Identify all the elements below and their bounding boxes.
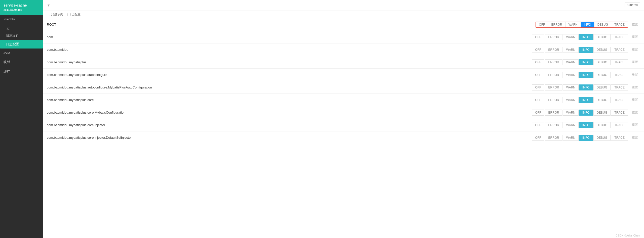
level-btn-info[interactable]: INFO xyxy=(579,59,593,65)
level-btn-warn[interactable]: WARN xyxy=(563,110,579,116)
sidebar-item-log-files[interactable]: 日志文件 xyxy=(0,31,43,40)
level-btn-error[interactable]: ERROR xyxy=(545,135,562,141)
level-btn-warn[interactable]: WARN xyxy=(563,34,579,40)
level-btn-off[interactable]: OFF xyxy=(532,110,544,116)
level-btn-error[interactable]: ERROR xyxy=(545,59,562,65)
level-btn-warn[interactable]: WARN xyxy=(563,135,579,141)
sidebar-item-log-config[interactable]: 日志配置 xyxy=(0,40,43,49)
level-btn-debug[interactable]: DEBUG xyxy=(593,47,611,53)
level-btn-debug[interactable]: DEBUG xyxy=(593,97,611,103)
log-controls-container: OFFERRORWARNINFODEBUGTRACE重置 xyxy=(532,122,640,128)
reset-btn[interactable]: 重置 xyxy=(630,34,640,40)
reset-btn[interactable]: 重置 xyxy=(630,46,640,53)
reset-btn[interactable]: 重置 xyxy=(630,109,640,116)
level-btn-trace[interactable]: TRACE xyxy=(611,84,628,90)
reset-btn[interactable]: 重置 xyxy=(630,59,640,65)
level-btn-info[interactable]: INFO xyxy=(579,135,593,141)
reset-btn[interactable]: 重置 xyxy=(630,122,640,128)
level-controls: OFFERRORWARNINFODEBUGTRACE xyxy=(532,110,628,116)
log-controls-container: OFFERRORWARNINFODEBUGTRACE重置 xyxy=(532,109,640,116)
table-row: com.baomidou.mybatisplus.autoconfigure.M… xyxy=(43,81,644,94)
show-only-checkbox[interactable]: 只显示类 xyxy=(47,12,63,17)
log-controls-container: OFFERRORWARNINFODEBUGTRACE重置 xyxy=(532,72,640,78)
level-btn-debug[interactable]: DEBUG xyxy=(593,59,611,65)
table-row: com.baomidou.mybatisplus.core.injectorOF… xyxy=(43,119,644,131)
level-btn-info[interactable]: INFO xyxy=(579,47,593,53)
level-btn-off[interactable]: OFF xyxy=(532,34,544,40)
level-btn-warn[interactable]: WARN xyxy=(563,72,579,78)
level-btn-debug[interactable]: DEBUG xyxy=(593,110,611,116)
level-btn-info[interactable]: INFO xyxy=(579,72,593,78)
reset-btn[interactable]: 重置 xyxy=(630,84,640,90)
sidebar-item-insights[interactable]: Insights xyxy=(0,15,43,24)
level-btn-info[interactable]: INFO xyxy=(579,97,593,103)
level-btn-off[interactable]: OFF xyxy=(532,122,544,128)
log-name: ROOT xyxy=(47,19,536,30)
level-btn-info[interactable]: INFO xyxy=(579,34,593,40)
level-btn-error[interactable]: ERROR xyxy=(545,34,562,40)
sidebar-section-logs: 日志 xyxy=(0,24,43,31)
level-btn-debug[interactable]: DEBUG xyxy=(593,72,611,78)
level-btn-debug[interactable]: DEBUG xyxy=(593,135,611,141)
footer: CSDN ©Adja_Chen xyxy=(43,233,644,238)
level-btn-error[interactable]: ERROR xyxy=(545,72,562,78)
level-btn-error[interactable]: ERROR xyxy=(545,47,562,53)
level-btn-debug[interactable]: DEBUG xyxy=(593,34,611,40)
level-btn-trace[interactable]: TRACE xyxy=(611,47,628,53)
level-btn-trace[interactable]: TRACE xyxy=(611,110,628,116)
log-name: com.baomidou.mybatisplus.core.injector xyxy=(47,120,532,130)
level-controls: OFFERRORWARNINFODEBUGTRACE xyxy=(532,135,628,141)
reset-btn[interactable]: 重置 xyxy=(630,21,640,28)
level-btn-info[interactable]: INFO xyxy=(581,22,594,27)
reset-btn[interactable]: 重置 xyxy=(630,72,640,78)
level-btn-warn[interactable]: WARN xyxy=(563,84,579,90)
level-btn-warn[interactable]: WARN xyxy=(565,22,581,27)
level-btn-debug[interactable]: DEBUG xyxy=(593,122,611,128)
level-btn-warn[interactable]: WARN xyxy=(563,47,579,53)
filter-icon[interactable]: ▼ xyxy=(47,3,50,7)
log-controls-container: OFFERRORWARNINFODEBUGTRACE重置 xyxy=(532,134,640,141)
table-row: com.baomidou.mybatisplus.core.injector.D… xyxy=(43,131,644,144)
configured-checkbox[interactable]: 已配置 xyxy=(67,12,81,17)
level-controls: OFFERRORWARNINFODEBUGTRACE xyxy=(532,34,628,40)
level-btn-error[interactable]: ERROR xyxy=(545,110,562,116)
service-id: 2e113c00a4d5 xyxy=(4,8,39,12)
level-btn-warn[interactable]: WARN xyxy=(563,97,579,103)
sidebar-item-cache[interactable]: 缓存 xyxy=(0,67,43,76)
level-btn-warn[interactable]: WARN xyxy=(563,122,579,128)
main-content: ▼ 628/628 只显示类 已配置 ROOTOFFERRORWARNINFOD… xyxy=(43,0,644,238)
level-btn-trace[interactable]: TRACE xyxy=(611,22,628,27)
level-btn-error[interactable]: ERROR xyxy=(545,97,562,103)
level-btn-info[interactable]: INFO xyxy=(579,122,593,128)
level-btn-warn[interactable]: WARN xyxy=(563,59,579,65)
level-btn-trace[interactable]: TRACE xyxy=(611,34,628,40)
level-btn-off[interactable]: OFF xyxy=(532,97,544,103)
reset-btn[interactable]: 重置 xyxy=(630,134,640,141)
search-input[interactable] xyxy=(52,4,623,7)
level-controls: OFFERRORWARNINFODEBUGTRACE xyxy=(532,97,628,103)
table-row: com.baomidouOFFERRORWARNINFODEBUGTRACE重置 xyxy=(43,43,644,56)
level-btn-off[interactable]: OFF xyxy=(532,84,544,90)
level-btn-off[interactable]: OFF xyxy=(532,135,544,141)
level-btn-info[interactable]: INFO xyxy=(579,110,593,116)
level-btn-trace[interactable]: TRACE xyxy=(611,135,628,141)
level-btn-trace[interactable]: TRACE xyxy=(611,97,628,103)
level-btn-off[interactable]: OFF xyxy=(536,22,548,27)
level-btn-info[interactable]: INFO xyxy=(579,84,593,90)
level-btn-off[interactable]: OFF xyxy=(532,72,544,78)
sidebar-item-mapping[interactable]: 映射 xyxy=(0,57,43,67)
sidebar-item-jvm[interactable]: JVM xyxy=(0,49,43,57)
level-btn-error[interactable]: ERROR xyxy=(548,22,565,27)
level-btn-off[interactable]: OFF xyxy=(532,47,544,53)
level-btn-off[interactable]: OFF xyxy=(532,59,544,65)
level-btn-trace[interactable]: TRACE xyxy=(611,59,628,65)
log-name: com.baomidou.mybatisplus.autoconfigure xyxy=(47,69,532,80)
reset-btn[interactable]: 重置 xyxy=(630,97,640,103)
level-btn-debug[interactable]: DEBUG xyxy=(593,84,611,90)
level-btn-error[interactable]: ERROR xyxy=(545,122,562,128)
level-btn-error[interactable]: ERROR xyxy=(545,84,562,90)
level-btn-debug[interactable]: DEBUG xyxy=(594,22,612,27)
level-btn-trace[interactable]: TRACE xyxy=(611,72,628,78)
table-row: comOFFERRORWARNINFODEBUGTRACE重置 xyxy=(43,31,644,43)
level-btn-trace[interactable]: TRACE xyxy=(611,122,628,128)
